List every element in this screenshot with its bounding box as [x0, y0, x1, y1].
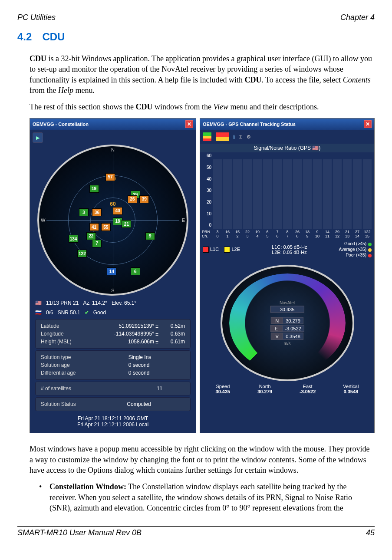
snr-bar-4	[253, 159, 262, 229]
gear-icon[interactable]: ⚙	[247, 134, 251, 140]
cdu-bold-1: CDU	[30, 54, 46, 63]
header-right: Chapter 4	[340, 13, 375, 22]
satellite-40[interactable]: 40	[113, 207, 122, 215]
ring-60-label: 60	[110, 201, 115, 207]
solution-panel: Solution typeSingle Ins Solution age0 se…	[35, 350, 191, 380]
velocity-gauge: NovAtel 30.435 N30.279 E-3.0522 V0.3548 …	[221, 265, 354, 381]
snr-bar-2	[233, 159, 242, 229]
constellation-status: 🇺🇸11/13 PRN 21 Az. 114.2° Elev. 65.1°	[33, 298, 193, 308]
constellation-status-2: 🇷🇺0/6 SNR 50.1 ✔Good	[33, 308, 193, 317]
snr-bar-7	[283, 159, 292, 229]
snr-chart: 0102030405060	[200, 152, 374, 230]
tracking-toolbar: ℹ Σ ⚙	[200, 130, 374, 144]
close-icon[interactable]: ✕	[364, 120, 372, 128]
l1c-swatch	[203, 247, 209, 253]
footer-right: 45	[366, 528, 375, 537]
satellite-57[interactable]: 57	[105, 173, 115, 181]
paragraph-2: The rest of this section shows the CDU w…	[30, 102, 375, 112]
snr-bar-8	[293, 159, 302, 229]
position-panel: Latitude51.092915139° ±0.52m Longitude-1…	[35, 319, 191, 349]
satellite-18[interactable]: 18	[113, 217, 122, 225]
snr-bar-3	[243, 159, 252, 229]
header-left: PC Utilities	[17, 13, 56, 22]
info-icon[interactable]: ℹ	[233, 134, 235, 140]
snr-bar-0	[213, 159, 222, 229]
snr-bar-14	[353, 159, 362, 229]
snr-bar-13	[343, 159, 352, 229]
bullet-constellation: Constellation Window: The Constellation …	[39, 481, 375, 513]
section-title: CDU	[42, 31, 65, 43]
satellite-55[interactable]: 55	[101, 223, 111, 231]
snr-bar-12	[333, 159, 342, 229]
page-header: PC Utilities Chapter 4	[17, 13, 375, 22]
close-icon[interactable]: ✕	[185, 120, 193, 128]
chart-icon[interactable]	[203, 132, 211, 141]
tracking-title: OEMVGG - GPS Channel Tracking Status	[203, 122, 296, 127]
satellite-21[interactable]: 21	[122, 220, 131, 228]
snr-bar-11	[323, 159, 332, 229]
satellite-3[interactable]: 3	[79, 208, 89, 216]
satellite-39[interactable]: 39	[139, 195, 149, 203]
satellite-36[interactable]: 36	[92, 208, 102, 216]
snr-bar-10	[313, 159, 322, 229]
satellite-14[interactable]: 14	[107, 267, 116, 275]
satellite-134[interactable]: 134	[69, 235, 78, 243]
satellite-26[interactable]: 26	[128, 195, 137, 203]
time-panel: Fri Apr 21 18:12:11 2006 GMT Fri Apr 21 …	[33, 413, 193, 430]
satellite-41[interactable]: 41	[89, 223, 99, 231]
tracking-status-window: OEMVGG - GPS Channel Tracking Status ✕ ℹ…	[200, 118, 375, 433]
snr-bar-15	[363, 159, 372, 229]
section-number: 4.2	[17, 31, 32, 43]
satellite-122[interactable]: 122	[77, 250, 87, 257]
constellation-radar[interactable]: 30 60 N S W E 57192926393364041551821227…	[37, 145, 188, 296]
flag-icon[interactable]	[216, 132, 229, 141]
satellite-6[interactable]: 6	[131, 267, 140, 275]
satellite-19[interactable]: 19	[89, 185, 99, 193]
solution-status-panel: Solution StatusComputed	[35, 397, 191, 411]
bullet-list: Constellation Window: The Constellation …	[39, 481, 375, 513]
satellite-22[interactable]: 22	[86, 232, 96, 240]
constellation-toolbar: ▶	[33, 132, 193, 143]
gauge-main: 30.435	[270, 306, 304, 313]
constellation-title: OEMVGG - Constellation	[33, 122, 89, 127]
play-icon[interactable]: ▶	[33, 132, 43, 143]
paragraph-3: Most windows have a popup menu accessibl…	[30, 444, 375, 475]
snr-bar-1	[223, 159, 232, 229]
sat-count-panel: # of satellites11	[35, 382, 191, 395]
snr-chart-title: Signal/Noise Ratio (GPS 🇺🇸)	[200, 144, 374, 152]
footer-left: SMART-MR10 User Manual Rev 0B	[17, 528, 142, 537]
snr-bar-9	[303, 159, 312, 229]
constellation-window: OEMVGG - Constellation ✕ ▶ 30 60 N S W E…	[30, 118, 196, 433]
section-heading: 4.2CDU	[17, 31, 375, 43]
tracking-titlebar[interactable]: OEMVGG - GPS Channel Tracking Status ✕	[200, 119, 374, 130]
satellite-7[interactable]: 7	[92, 240, 102, 247]
constellation-titlebar[interactable]: OEMVGG - Constellation ✕	[30, 119, 196, 130]
gauge-footer: Speed30.435 North30.279 East-3.0522 Vert…	[200, 381, 374, 398]
satellite-9[interactable]: 9	[145, 232, 155, 240]
cdu-screenshots: OEMVGG - Constellation ✕ ▶ 30 60 N S W E…	[30, 118, 375, 433]
snr-bar-6	[273, 159, 282, 229]
snr-bar-5	[263, 159, 272, 229]
paragraph-1: CDU is a 32-bit Windows application. The…	[30, 53, 375, 96]
cdu-bold-2: CDU	[244, 76, 261, 84]
sigma-icon[interactable]: Σ	[239, 134, 242, 139]
page-footer: SMART-MR10 User Manual Rev 0B 45	[17, 526, 375, 537]
